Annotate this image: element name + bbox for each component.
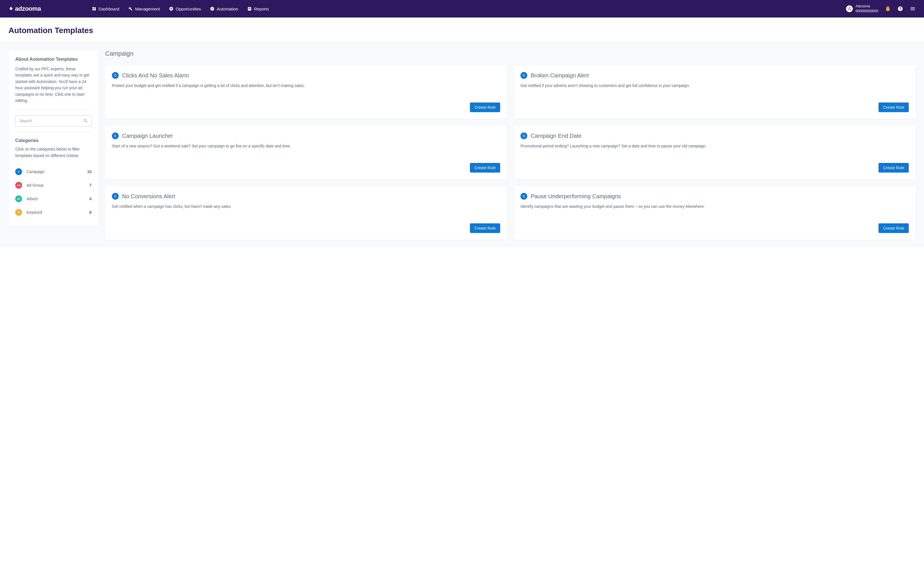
- card-desc: Start of a new season? Got a weekend sal…: [112, 143, 500, 158]
- card-badge: C: [520, 72, 527, 79]
- card-header: C Campaign Launcher: [112, 132, 500, 139]
- card-footer: Create Rule: [112, 224, 500, 233]
- category-item[interactable]: C Campaign 10: [15, 165, 92, 178]
- categories-list: C Campaign 10 AG Ad Group 7 AD Advert 4 …: [15, 165, 92, 219]
- divider: [15, 132, 92, 132]
- category-label: Advert: [27, 196, 89, 201]
- category-item[interactable]: K Keyword 8: [15, 206, 92, 219]
- card-badge: C: [112, 193, 119, 200]
- card-title: Campaign Launcher: [122, 133, 173, 139]
- help-icon: [897, 6, 903, 12]
- card-footer: Create Rule: [520, 102, 909, 112]
- card-desc: Protect your budget and get notified if …: [112, 83, 500, 98]
- category-badge: K: [15, 209, 22, 216]
- nav-dashboard[interactable]: Dashboard: [92, 6, 119, 11]
- nav-label: Dashboard: [99, 6, 119, 11]
- category-label: Campaign: [27, 170, 87, 174]
- page-header: Automation Templates: [0, 18, 924, 42]
- category-badge: C: [15, 168, 22, 175]
- template-card: C Campaign Launcher Start of a new seaso…: [105, 126, 507, 179]
- sidebar: About Automation Templates Crafted by ou…: [9, 50, 98, 226]
- card-title: Pause Underperforming Campaigns: [531, 193, 621, 200]
- card-footer: Create Rule: [112, 102, 500, 112]
- category-item[interactable]: AG Ad Group 7: [15, 178, 92, 192]
- category-count: 4: [89, 196, 92, 201]
- search-box: [15, 115, 92, 126]
- category-item[interactable]: AD Advert 4: [15, 192, 92, 206]
- card-desc: Promotional period ending? Launching a n…: [520, 143, 909, 158]
- top-nav: adzooma Dashboard Management Opportuniti…: [0, 0, 924, 18]
- main-content: About Automation Templates Crafted by ou…: [0, 42, 924, 248]
- account-name: Adzooma: [856, 4, 878, 9]
- card-footer: Create Rule: [520, 163, 909, 172]
- nav-reports[interactable]: Reports: [247, 6, 269, 11]
- category-label: Ad Group: [27, 183, 89, 188]
- nav-items: Dashboard Management Opportunities Autom…: [92, 6, 269, 11]
- pie-chart-icon: [247, 6, 252, 11]
- category-badge: AG: [15, 182, 22, 189]
- create-rule-button[interactable]: Create Rule: [470, 163, 500, 172]
- card-title: No Conversions Alert: [122, 193, 175, 200]
- page-title: Automation Templates: [9, 26, 915, 35]
- help-button[interactable]: [897, 6, 903, 12]
- card-desc: Get notified when a campaign has clicks,…: [112, 204, 500, 218]
- nav-management[interactable]: Management: [128, 6, 160, 11]
- brand-logo[interactable]: adzooma: [9, 5, 41, 12]
- template-card: C Clicks And No Sales Alarm Protect your…: [105, 65, 507, 119]
- hamburger-icon: [910, 6, 915, 12]
- template-card: C Campaign End Date Promotional period e…: [514, 126, 915, 179]
- divider: [15, 109, 92, 110]
- card-badge: C: [112, 72, 119, 79]
- create-rule-button[interactable]: Create Rule: [470, 224, 500, 233]
- menu-button[interactable]: [910, 6, 915, 12]
- card-header: C Clicks And No Sales Alarm: [112, 72, 500, 79]
- categories-title: Categories: [15, 138, 92, 143]
- card-header: C Broken Campaign Alert: [520, 72, 909, 79]
- template-card: C Pause Underperforming Campaigns Identi…: [514, 186, 915, 240]
- create-rule-button[interactable]: Create Rule: [879, 163, 909, 172]
- cards-grid: C Clicks And No Sales Alarm Protect your…: [105, 65, 915, 240]
- play-circle-icon: [210, 6, 215, 11]
- nav-right: Adzooma 000000000000: [846, 4, 915, 14]
- nav-automation[interactable]: Automation: [210, 6, 238, 11]
- nav-label: Automation: [217, 6, 238, 11]
- notifications-button[interactable]: [885, 6, 891, 12]
- category-badge: AD: [15, 195, 22, 202]
- card-header: C Campaign End Date: [520, 132, 909, 139]
- bell-icon: [885, 6, 891, 12]
- card-title: Campaign End Date: [531, 133, 581, 139]
- section-title: Campaign: [105, 50, 915, 57]
- plus-circle-icon: [169, 6, 173, 11]
- card-badge: C: [520, 193, 527, 200]
- card-footer: Create Rule: [520, 224, 909, 233]
- create-rule-button[interactable]: Create Rule: [470, 102, 500, 112]
- account-selector[interactable]: Adzooma 000000000000: [846, 4, 878, 14]
- card-desc: Identify campaigns that are wasting your…: [520, 204, 909, 218]
- card-title: Clicks And No Sales Alarm: [122, 72, 189, 79]
- category-label: Keyword: [27, 210, 89, 214]
- card-header: C No Conversions Alert: [112, 193, 500, 200]
- create-rule-button[interactable]: Create Rule: [879, 224, 909, 233]
- nav-label: Opportunities: [176, 6, 201, 11]
- category-count: 10: [87, 170, 92, 174]
- search-icon: [83, 118, 88, 123]
- nav-label: Reports: [254, 6, 269, 11]
- brand-text: adzooma: [15, 5, 41, 12]
- about-title: About Automation Templates: [15, 57, 92, 62]
- wrench-icon: [128, 6, 133, 11]
- templates-area: Campaign C Clicks And No Sales Alarm Pro…: [105, 50, 915, 240]
- card-badge: C: [520, 132, 527, 139]
- search-input[interactable]: [15, 115, 92, 126]
- categories-desc: Click on the categories below to filter …: [15, 146, 92, 159]
- card-desc: Get notified if your adverts aren't show…: [520, 83, 909, 98]
- dashboard-icon: [92, 6, 96, 11]
- nav-opportunities[interactable]: Opportunities: [169, 6, 201, 11]
- nav-label: Management: [135, 6, 160, 11]
- rocket-icon: [9, 6, 14, 11]
- google-ads-icon: [846, 5, 853, 12]
- account-text: Adzooma 000000000000: [856, 4, 878, 14]
- category-count: 7: [89, 183, 92, 188]
- create-rule-button[interactable]: Create Rule: [879, 102, 909, 112]
- template-card: C Broken Campaign Alert Get notified if …: [514, 65, 915, 119]
- about-desc: Crafted by our PPC experts, these templa…: [15, 66, 92, 104]
